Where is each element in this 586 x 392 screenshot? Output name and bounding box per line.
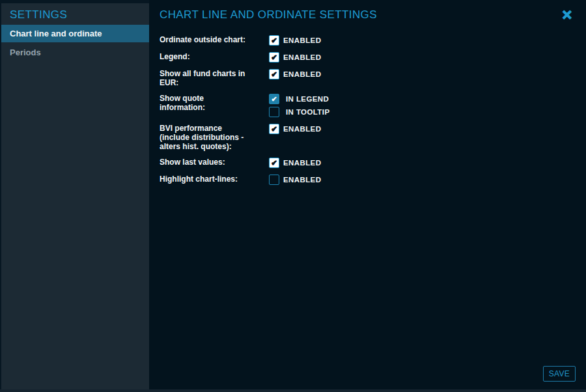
checkbox[interactable]: ✔	[269, 52, 279, 63]
sidebar-item-label: Chart line and ordinate	[10, 29, 102, 38]
setting-label: Show quote information:	[160, 94, 269, 112]
checkbox-option: ✔ ENABLED	[269, 175, 321, 185]
checkbox[interactable]: ✔	[269, 35, 279, 46]
setting-label: Highlight chart-lines:	[160, 175, 269, 184]
close-icon[interactable]: ✕	[560, 8, 574, 23]
option-label: IN TOOLTIP	[286, 108, 329, 116]
checkbox-option: ✔ IN LEGEND	[269, 94, 329, 104]
sidebar: SETTINGS Chart line and ordinate Periods	[1, 3, 149, 389]
sidebar-item-chart-line-and-ordinate[interactable]: Chart line and ordinate	[1, 25, 149, 42]
settings-rows: Ordinate outside chart: ✔ ENABLED Legend…	[160, 35, 576, 185]
setting-label: BVI performance (include distributions -…	[160, 124, 269, 151]
checkbox[interactable]: ✔	[269, 94, 279, 104]
checkmark-icon: ✔	[271, 126, 277, 133]
sidebar-item-periods[interactable]: Periods	[1, 44, 149, 61]
setting-row: Show last values: ✔ ENABLED	[160, 158, 576, 168]
option-label: IN LEGEND	[286, 95, 329, 103]
checkbox-option: ✔ IN TOOLTIP	[269, 107, 329, 117]
setting-row: Highlight chart-lines: ✔ ENABLED	[160, 175, 576, 185]
sidebar-nav: Chart line and ordinate Periods	[1, 25, 149, 61]
checkbox[interactable]: ✔	[269, 69, 279, 79]
checkbox[interactable]: ✔	[269, 107, 279, 117]
checkbox[interactable]: ✔	[269, 124, 279, 134]
setting-options: ✔ ENABLED	[269, 175, 321, 185]
checkmark-icon: ✔	[271, 54, 277, 61]
sidebar-item-label: Periods	[10, 48, 41, 57]
option-label: ENABLED	[283, 159, 321, 167]
checkbox-option: ✔ ENABLED	[269, 158, 321, 168]
setting-label: Legend:	[160, 52, 269, 61]
checkbox-option: ✔ ENABLED	[269, 52, 321, 63]
main-header: CHART LINE AND ORDINATE SETTINGS ✕	[149, 0, 586, 26]
setting-label: Show last values:	[160, 158, 269, 167]
checkbox[interactable]: ✔	[269, 175, 279, 185]
window-bottom-edge	[0, 389, 586, 392]
setting-options: ✔ IN LEGEND ✔ IN TOOLTIP	[269, 94, 329, 117]
setting-row: Legend: ✔ ENABLED	[160, 52, 576, 63]
option-label: ENABLED	[283, 125, 321, 133]
setting-row: BVI performance (include distributions -…	[160, 124, 576, 151]
checkbox-option: ✔ ENABLED	[269, 35, 321, 46]
checkbox-option: ✔ ENABLED	[269, 124, 321, 134]
setting-options: ✔ ENABLED	[269, 124, 321, 134]
setting-options: ✔ ENABLED	[269, 52, 321, 63]
checkmark-icon: ✔	[271, 37, 277, 44]
setting-row: Show all fund charts in EUR: ✔ ENABLED	[160, 69, 576, 87]
setting-row: Show quote information: ✔ IN LEGEND ✔ IN…	[160, 94, 576, 117]
checkmark-icon: ✔	[271, 96, 277, 103]
settings-dialog: SETTINGS Chart line and ordinate Periods…	[0, 0, 586, 392]
save-button[interactable]: SAVE	[543, 366, 576, 382]
option-label: ENABLED	[283, 53, 321, 61]
setting-options: ✔ ENABLED	[269, 158, 321, 168]
option-label: ENABLED	[283, 176, 321, 184]
main-panel: CHART LINE AND ORDINATE SETTINGS ✕ Ordin…	[149, 0, 586, 389]
page-title: CHART LINE AND ORDINATE SETTINGS	[160, 8, 576, 21]
setting-options: ✔ ENABLED	[269, 35, 321, 46]
option-label: ENABLED	[283, 70, 321, 78]
setting-label: Ordinate outside chart:	[160, 35, 269, 44]
sidebar-title: SETTINGS	[1, 3, 149, 25]
checkbox-option: ✔ ENABLED	[269, 69, 321, 79]
setting-options: ✔ ENABLED	[269, 69, 321, 79]
checkmark-icon: ✔	[271, 71, 277, 78]
checkbox[interactable]: ✔	[269, 158, 279, 168]
setting-row: Ordinate outside chart: ✔ ENABLED	[160, 35, 576, 46]
option-label: ENABLED	[283, 36, 321, 44]
checkmark-icon: ✔	[271, 160, 277, 167]
setting-label: Show all fund charts in EUR:	[160, 69, 269, 87]
